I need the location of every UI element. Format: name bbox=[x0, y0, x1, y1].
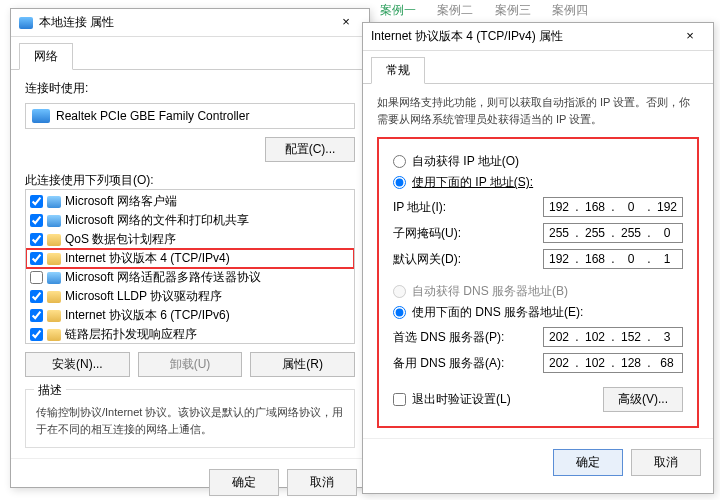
description-text: 传输控制协议/Internet 协议。该协议是默认的广域网络协议，用于在不同的相… bbox=[36, 404, 344, 437]
protocol-icon bbox=[47, 310, 61, 322]
list-item[interactable]: Internet 协议版本 4 (TCP/IPv4) bbox=[26, 249, 354, 268]
radio-auto-dns: 自动获得 DNS 服务器地址(B) bbox=[393, 283, 683, 300]
ip-octet[interactable]: 102 bbox=[580, 356, 610, 370]
tabstrip: 常规 bbox=[363, 51, 713, 84]
ip-octet[interactable]: 255 bbox=[616, 226, 646, 240]
list-item-label: Microsoft LLDP 协议驱动程序 bbox=[65, 288, 222, 305]
configure-button[interactable]: 配置(C)... bbox=[265, 137, 355, 162]
radio-auto-ip[interactable]: 自动获得 IP 地址(O) bbox=[393, 153, 683, 170]
ip-octet[interactable]: 255 bbox=[544, 226, 574, 240]
list-item-label: QoS 数据包计划程序 bbox=[65, 231, 176, 248]
list-item[interactable]: Microsoft LLDP 协议驱动程序 bbox=[26, 287, 354, 306]
list-item-label: Microsoft 网络的文件和打印机共享 bbox=[65, 212, 249, 229]
network-icon bbox=[47, 196, 61, 208]
cancel-button[interactable]: 取消 bbox=[631, 449, 701, 476]
list-item-checkbox[interactable] bbox=[30, 328, 43, 341]
dialog-footer: 确定 取消 bbox=[363, 438, 713, 486]
list-item[interactable]: QoS 数据包计划程序 bbox=[26, 230, 354, 249]
list-item-label: 链路层拓扑发现响应程序 bbox=[65, 326, 197, 343]
ip-octet[interactable]: 192 bbox=[544, 200, 574, 214]
validate-checkbox[interactable] bbox=[393, 393, 406, 406]
list-item[interactable]: Microsoft 网络客户端 bbox=[26, 192, 354, 211]
titlebar[interactable]: Internet 协议版本 4 (TCP/IPv4) 属性 × bbox=[363, 23, 713, 51]
list-item[interactable]: 链路层拓扑发现响应程序 bbox=[26, 325, 354, 344]
window-title: 本地连接 属性 bbox=[39, 14, 331, 31]
dns2-input[interactable]: 202.102.128.68 bbox=[543, 353, 683, 373]
network-icon bbox=[47, 272, 61, 284]
ok-button[interactable]: 确定 bbox=[553, 449, 623, 476]
ip-octet[interactable]: 192 bbox=[652, 200, 682, 214]
list-item-label: Internet 协议版本 4 (TCP/IPv4) bbox=[65, 250, 230, 267]
list-item[interactable]: Microsoft 网络的文件和打印机共享 bbox=[26, 211, 354, 230]
radio-manual-ip[interactable]: 使用下面的 IP 地址(S): bbox=[393, 174, 683, 191]
radio-auto-ip-input[interactable] bbox=[393, 155, 406, 168]
components-list[interactable]: Microsoft 网络客户端Microsoft 网络的文件和打印机共享QoS … bbox=[25, 189, 355, 344]
validate-checkbox-row[interactable]: 退出时验证设置(L) bbox=[393, 391, 603, 408]
cancel-button[interactable]: 取消 bbox=[287, 469, 357, 496]
list-item-label: Internet 协议版本 6 (TCP/IPv6) bbox=[65, 307, 230, 324]
radio-manual-ip-input[interactable] bbox=[393, 176, 406, 189]
ip-octet[interactable]: 68 bbox=[652, 356, 682, 370]
close-icon[interactable]: × bbox=[331, 13, 361, 33]
ip-octet[interactable]: 128 bbox=[616, 356, 646, 370]
gateway-label: 默认网关(D): bbox=[393, 251, 543, 268]
radio-manual-dns[interactable]: 使用下面的 DNS 服务器地址(E): bbox=[393, 304, 683, 321]
window-title: Internet 协议版本 4 (TCP/IPv4) 属性 bbox=[371, 28, 675, 45]
tab-general[interactable]: 常规 bbox=[371, 57, 425, 84]
dns1-input[interactable]: 202.102.152.3 bbox=[543, 327, 683, 347]
subnet-mask-input[interactable]: 255.255.255.0 bbox=[543, 223, 683, 243]
ipv4-properties-dialog: Internet 协议版本 4 (TCP/IPv4) 属性 × 常规 如果网络支… bbox=[362, 22, 714, 494]
list-item-label: Microsoft 网络客户端 bbox=[65, 193, 177, 210]
radio-auto-ip-label: 自动获得 IP 地址(O) bbox=[412, 153, 519, 170]
dns2-label: 备用 DNS 服务器(A): bbox=[393, 355, 543, 372]
ip-octet[interactable]: 152 bbox=[616, 330, 646, 344]
ip-octet[interactable]: 202 bbox=[544, 356, 574, 370]
list-item[interactable]: Internet 协议版本 6 (TCP/IPv6) bbox=[26, 306, 354, 325]
ip-octet[interactable]: 255 bbox=[580, 226, 610, 240]
radio-manual-dns-input[interactable] bbox=[393, 306, 406, 319]
list-item-label: Microsoft 网络适配器多路传送器协议 bbox=[65, 269, 261, 286]
ip-octet[interactable]: 192 bbox=[544, 252, 574, 266]
advanced-button[interactable]: 高级(V)... bbox=[603, 387, 683, 412]
radio-auto-dns-input bbox=[393, 285, 406, 298]
titlebar[interactable]: 本地连接 属性 × bbox=[11, 9, 369, 37]
adapter-icon bbox=[32, 109, 50, 123]
ip-octet[interactable]: 1 bbox=[652, 252, 682, 266]
tabstrip: 网络 bbox=[11, 37, 369, 70]
list-item-checkbox[interactable] bbox=[30, 214, 43, 227]
close-icon[interactable]: × bbox=[675, 27, 705, 47]
ip-octet[interactable]: 202 bbox=[544, 330, 574, 344]
list-item-checkbox[interactable] bbox=[30, 233, 43, 246]
gateway-input[interactable]: 192.168.0.1 bbox=[543, 249, 683, 269]
background-tabs: 案例一 案例二 案例三 案例四 bbox=[380, 2, 606, 19]
install-button[interactable]: 安装(N)... bbox=[25, 352, 130, 377]
list-item-checkbox[interactable] bbox=[30, 271, 43, 284]
tab-network[interactable]: 网络 bbox=[19, 43, 73, 70]
radio-manual-dns-label: 使用下面的 DNS 服务器地址(E): bbox=[412, 304, 583, 321]
properties-button[interactable]: 属性(R) bbox=[250, 352, 355, 377]
ip-octet[interactable]: 0 bbox=[616, 200, 646, 214]
list-item-checkbox[interactable] bbox=[30, 290, 43, 303]
protocol-icon bbox=[47, 329, 61, 341]
ip-octet[interactable]: 102 bbox=[580, 330, 610, 344]
ip-address-input[interactable]: 192.168.0.192 bbox=[543, 197, 683, 217]
ip-octet[interactable]: 0 bbox=[616, 252, 646, 266]
ip-octet[interactable]: 3 bbox=[652, 330, 682, 344]
ip-octet[interactable]: 168 bbox=[580, 252, 610, 266]
protocol-icon bbox=[47, 234, 61, 246]
local-connection-properties-dialog: 本地连接 属性 × 网络 连接时使用: Realtek PCIe GBE Fam… bbox=[10, 8, 370, 488]
connection-icon bbox=[19, 17, 33, 29]
ip-octet[interactable]: 0 bbox=[652, 226, 682, 240]
protocol-icon bbox=[47, 291, 61, 303]
dns1-label: 首选 DNS 服务器(P): bbox=[393, 329, 543, 346]
list-item[interactable]: Microsoft 网络适配器多路传送器协议 bbox=[26, 268, 354, 287]
list-item-checkbox[interactable] bbox=[30, 195, 43, 208]
connect-using-label: 连接时使用: bbox=[25, 80, 355, 97]
list-item-checkbox[interactable] bbox=[30, 309, 43, 322]
bg-tab-1: 案例一 bbox=[380, 3, 416, 17]
items-label: 此连接使用下列项目(O): bbox=[25, 172, 355, 189]
list-item-checkbox[interactable] bbox=[30, 252, 43, 265]
ok-button[interactable]: 确定 bbox=[209, 469, 279, 496]
ip-octet[interactable]: 168 bbox=[580, 200, 610, 214]
protocol-icon bbox=[47, 253, 61, 265]
